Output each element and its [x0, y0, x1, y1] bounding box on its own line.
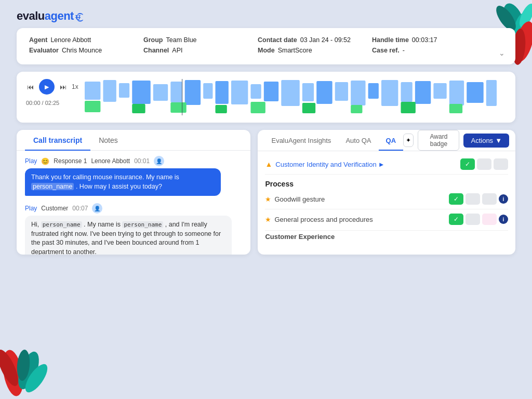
play-button[interactable]: ▶	[39, 79, 55, 95]
chip-gray-goodwill-1	[466, 193, 480, 205]
divider-2	[265, 209, 508, 209]
divider-1	[265, 174, 508, 175]
svg-rect-26	[335, 82, 348, 101]
logo-accent: agent	[45, 9, 74, 22]
info-button-goodwill[interactable]: i	[499, 194, 508, 204]
chip-gray-goodwill-2	[482, 193, 497, 205]
svg-point-9	[21, 361, 51, 395]
rewind-button[interactable]: ⏮	[26, 82, 35, 92]
chip-green-goodwill: ✓	[449, 193, 463, 205]
qa-identity-title: ▲ Customer Identity and Verification ►	[265, 160, 384, 168]
info-row-1: Agent Lenore Abbott Group Team Blue Cont…	[29, 36, 503, 44]
playback-controls: ⏮ ▶ ⏭ 1x	[26, 79, 78, 95]
svg-rect-27	[351, 81, 365, 105]
play-link-1[interactable]: Play	[25, 157, 37, 165]
logo-wave: ᵾ͜͡	[75, 11, 80, 22]
svg-rect-35	[486, 80, 496, 106]
transcript-body: Play 😊 Response 1 Lenore Abbott 00:01 👤 …	[17, 151, 250, 255]
svg-rect-17	[184, 80, 200, 105]
case-ref-label: Case ref.	[372, 47, 400, 54]
case-ref-value: -	[403, 47, 405, 54]
svg-rect-13	[119, 83, 129, 98]
audio-row: ⏮ ▶ ⏭ 1x 00:00 / 02:25	[26, 79, 506, 115]
audio-left-controls: ⏮ ▶ ⏭ 1x 00:00 / 02:25	[26, 79, 78, 106]
svg-rect-38	[170, 102, 186, 113]
tab-notes[interactable]: Notes	[90, 130, 126, 151]
qa-tabs-bar: EvaluAgent Insights Auto QA QA ✦ Award b…	[258, 130, 515, 151]
general-process-label: General process and procedures	[274, 216, 373, 223]
svg-rect-34	[467, 82, 483, 103]
chip-gray-1	[477, 158, 491, 170]
customer-experience-section: Customer Experience	[265, 230, 508, 242]
avatar-2: 👤	[92, 203, 102, 214]
svg-rect-30	[401, 82, 412, 102]
info-card: Agent Lenore Abbott Group Team Blue Cont…	[17, 28, 515, 64]
case-ref-field: Case ref. -	[372, 47, 466, 54]
svg-rect-32	[433, 83, 446, 99]
svg-rect-39	[215, 105, 227, 113]
general-process-row: ★ General process and procedures ✓ i	[265, 210, 508, 228]
info-button-general[interactable]: i	[499, 215, 508, 224]
transcript-entry-agent: Play 😊 Response 1 Lenore Abbott 00:01 👤 …	[25, 156, 242, 196]
identity-link[interactable]: Customer Identity and Verification ►	[275, 161, 384, 168]
general-process-right: ✓ i	[449, 214, 508, 225]
qa-body: ▲ Customer Identity and Verification ► ✓…	[258, 151, 515, 246]
fast-forward-button[interactable]: ⏭	[59, 82, 68, 92]
timestamp-1: 00:01	[134, 157, 150, 165]
tab-auto-qa[interactable]: Auto QA	[338, 130, 378, 151]
star-icon-general: ★	[265, 216, 271, 223]
contact-date-value: 03 Jan 24 - 09:52	[300, 36, 351, 44]
channel-field: Channel API	[143, 47, 237, 54]
avatar-1: 👤	[154, 156, 164, 166]
logo: evaluagentᵾ͜͡	[17, 9, 79, 23]
mode-value: SmartScore	[278, 47, 312, 54]
svg-rect-43	[401, 102, 415, 113]
qa-identity-section: ▲ Customer Identity and Verification ► ✓	[265, 155, 508, 173]
group-value: Team Blue	[166, 36, 197, 44]
svg-point-6	[0, 349, 26, 398]
transcript-panel: Call transcript Notes Play 😊 Response 1 …	[17, 130, 250, 255]
tab-evaluagent-insights[interactable]: EvaluAgent Insights	[264, 130, 338, 151]
svg-rect-44	[449, 104, 462, 113]
goodwill-gesture-left: ★ Goodwill gesture	[265, 195, 325, 203]
decorative-plant-bottom-left	[0, 337, 57, 399]
svg-rect-28	[368, 83, 378, 99]
transcript-meta-1: Play 😊 Response 1 Lenore Abbott 00:01 👤	[25, 156, 242, 166]
sparkle-button[interactable]: ✦	[403, 134, 414, 147]
bottom-panels: Call transcript Notes Play 😊 Response 1 …	[17, 130, 515, 255]
evaluator-value: Chris Mounce	[62, 47, 102, 54]
info-row-2: Evaluator Chris Mounce Channel API Mode …	[29, 47, 503, 54]
svg-point-7	[0, 347, 22, 389]
header: evaluagentᵾ͜͡	[0, 0, 532, 28]
award-badge-button[interactable]: Award badge	[418, 130, 459, 151]
svg-rect-40	[250, 102, 265, 113]
handle-time-field: Handle time 00:03:17	[372, 36, 466, 44]
highlight-name-3: person_name	[122, 221, 163, 228]
svg-rect-24	[302, 83, 314, 101]
bubble-agent-1: Thank you for calling mouse insurance. M…	[25, 168, 221, 196]
handle-time-value: 00:03:17	[412, 36, 437, 44]
mode-label: Mode	[258, 47, 275, 54]
svg-rect-18	[203, 83, 212, 99]
tab-call-transcript[interactable]: Call transcript	[25, 130, 90, 151]
playback-speed[interactable]: 1x	[72, 83, 78, 90]
actions-button[interactable]: Actions ▼	[463, 134, 509, 148]
channel-label: Channel	[143, 47, 169, 54]
audio-player-card: ⏮ ▶ ⏭ 1x 00:00 / 02:25	[17, 72, 515, 123]
svg-point-8	[14, 349, 43, 392]
goodwill-gesture-row: ★ Goodwill gesture ✓ i	[265, 190, 508, 208]
chip-gray-general	[466, 214, 480, 225]
play-link-2[interactable]: Play	[25, 205, 37, 212]
evaluator-label: Evaluator	[29, 47, 59, 54]
tab-qa[interactable]: QA	[379, 130, 404, 151]
main-content: Agent Lenore Abbott Group Team Blue Cont…	[0, 28, 532, 255]
expand-chevron-icon[interactable]: ⌄	[499, 49, 505, 57]
transcript-tabs: Call transcript Notes	[17, 130, 250, 151]
svg-rect-37	[132, 104, 145, 113]
highlight-name-2: person_name	[41, 221, 82, 228]
contact-date-label: Contact date	[258, 36, 297, 44]
svg-rect-20	[231, 81, 248, 104]
group-label: Group	[143, 36, 163, 44]
transcript-meta-2: Play Customer 00:07 👤	[25, 203, 242, 214]
waveform-display[interactable]	[85, 79, 506, 115]
